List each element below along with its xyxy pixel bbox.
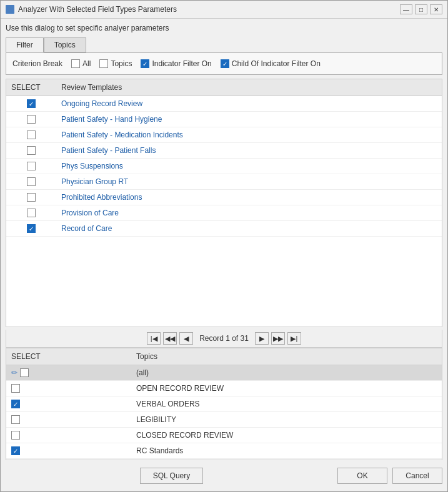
lower-row-checkbox[interactable] bbox=[20, 368, 29, 377]
pagination-bar: |◀ ◀◀ ◀ Record 1 of 31 ▶ ▶▶ ▶| bbox=[6, 330, 442, 348]
checkbox-topics-box[interactable] bbox=[99, 59, 108, 68]
lower-topic-cell[interactable]: LEGIBILITY bbox=[131, 414, 442, 425]
criterion-break-row: Criterion Break All Topics ✓ Indicator F… bbox=[12, 59, 436, 68]
edit-icon: ✏ bbox=[11, 368, 17, 377]
next-next-page-button[interactable]: ▶▶ bbox=[271, 332, 285, 345]
lower-topic-cell[interactable]: (all) bbox=[131, 367, 442, 378]
ok-button[interactable]: OK bbox=[337, 468, 387, 484]
row-name-cell[interactable]: Patient Safety - Hand Hygiene bbox=[56, 114, 442, 125]
window-title: Analyzer With Selected Field Types Param… bbox=[18, 5, 177, 14]
list-item: ✓ RC Standards bbox=[6, 443, 442, 459]
upper-col-review-header: Review Templates bbox=[56, 82, 442, 93]
checkbox-all[interactable]: All bbox=[71, 59, 91, 68]
window-content: Use this dialog to set specific analyer … bbox=[1, 19, 447, 491]
row-select-cell[interactable] bbox=[6, 176, 56, 187]
table-row: Physician Group RT bbox=[6, 174, 442, 190]
row-checkbox[interactable] bbox=[27, 146, 36, 155]
row-select-cell[interactable]: ✓ bbox=[6, 223, 56, 234]
lower-row-checkbox[interactable]: ✓ bbox=[11, 446, 20, 455]
lower-select-cell[interactable]: ✓ bbox=[6, 398, 131, 410]
lower-select-cell[interactable] bbox=[6, 414, 131, 425]
row-select-cell[interactable] bbox=[6, 160, 56, 172]
prev-page-button[interactable]: ◀ bbox=[179, 332, 193, 345]
row-checkbox[interactable] bbox=[27, 177, 36, 186]
instruction-text: Use this dialog to set specific analyer … bbox=[6, 24, 442, 32]
table-row: Phys Suspensions bbox=[6, 159, 442, 174]
first-page-button[interactable]: |◀ bbox=[147, 332, 161, 345]
list-item: CLOSED RECORD REVIEW bbox=[6, 428, 442, 443]
lower-col-topics-header: Topics bbox=[131, 351, 442, 362]
title-controls: — □ ✕ bbox=[400, 4, 442, 14]
table-row: Provision of Care bbox=[6, 205, 442, 221]
minimize-button[interactable]: — bbox=[400, 4, 412, 14]
checkbox-all-label: All bbox=[82, 59, 91, 68]
row-checkbox[interactable] bbox=[27, 209, 36, 217]
lower-select-cell[interactable]: ✏ bbox=[6, 367, 131, 378]
row-name-cell[interactable]: Provision of Care bbox=[56, 207, 442, 219]
row-select-cell[interactable] bbox=[6, 207, 56, 219]
list-item: ✏ (all) bbox=[6, 365, 442, 381]
row-name-cell[interactable]: Physician Group RT bbox=[56, 176, 442, 187]
lower-select-cell[interactable] bbox=[6, 383, 131, 394]
row-name-cell[interactable]: Patient Safety - Medication Incidents bbox=[56, 129, 442, 140]
checkbox-indicator-filter-on[interactable]: ✓ Indicator Filter On bbox=[141, 59, 211, 68]
lower-row-checkbox[interactable] bbox=[11, 431, 20, 440]
checkbox-child-of-indicator-box[interactable]: ✓ bbox=[221, 59, 229, 68]
row-name-cell[interactable]: Phys Suspensions bbox=[56, 160, 442, 172]
row-checkbox[interactable]: ✓ bbox=[27, 224, 36, 233]
lower-table-header: SELECT Topics bbox=[6, 348, 442, 365]
lower-topic-cell[interactable]: RC Standards bbox=[131, 445, 442, 456]
prev-prev-page-button[interactable]: ◀◀ bbox=[163, 332, 177, 345]
row-select-cell[interactable] bbox=[6, 129, 56, 140]
cancel-button[interactable]: Cancel bbox=[392, 468, 442, 484]
row-select-cell[interactable]: ✓ bbox=[6, 98, 56, 109]
next-page-button[interactable]: ▶ bbox=[255, 332, 269, 345]
list-item: ✓ VERBAL ORDERS bbox=[6, 396, 442, 412]
list-item: LEGIBILITY bbox=[6, 412, 442, 428]
upper-col-select-header: SELECT bbox=[6, 82, 56, 93]
row-checkbox[interactable] bbox=[27, 193, 36, 202]
close-button[interactable]: ✕ bbox=[430, 4, 442, 14]
last-page-button[interactable]: ▶| bbox=[287, 332, 301, 345]
upper-table-body: ✓ Ongoing Record Review Patient Safety -… bbox=[6, 96, 442, 327]
sql-query-button[interactable]: SQL Query bbox=[140, 468, 204, 484]
row-name-cell[interactable]: Record of Care bbox=[56, 223, 442, 234]
lower-topic-cell[interactable]: OPEN RECORD REVIEW bbox=[131, 383, 442, 394]
table-row: ✓ Ongoing Record Review bbox=[6, 96, 442, 112]
checkbox-all-box[interactable] bbox=[71, 59, 80, 68]
lower-col-select-header: SELECT bbox=[6, 351, 131, 362]
row-select-cell[interactable] bbox=[6, 145, 56, 156]
checkbox-topics-label: Topics bbox=[111, 59, 132, 68]
row-select-cell[interactable] bbox=[6, 192, 56, 203]
lower-select-cell[interactable] bbox=[6, 430, 131, 441]
lower-row-checkbox[interactable] bbox=[11, 415, 20, 424]
lower-topic-cell[interactable]: CLOSED RECORD REVIEW bbox=[131, 430, 442, 441]
lower-select-cell[interactable]: ✓ bbox=[6, 445, 131, 456]
row-checkbox[interactable] bbox=[27, 162, 36, 170]
row-checkbox[interactable]: ✓ bbox=[27, 99, 36, 108]
checkbox-indicator-filter-on-label: Indicator Filter On bbox=[152, 59, 211, 68]
checkbox-topics[interactable]: Topics bbox=[99, 59, 132, 68]
table-row: Patient Safety - Medication Incidents bbox=[6, 127, 442, 143]
app-icon bbox=[6, 5, 14, 14]
row-select-cell[interactable] bbox=[6, 114, 56, 125]
footer-center: SQL Query bbox=[6, 468, 337, 484]
lower-topic-cell[interactable]: VERBAL ORDERS bbox=[131, 398, 442, 410]
row-name-cell[interactable]: Prohibited Abbreviations bbox=[56, 192, 442, 203]
row-name-cell[interactable]: Patient Safety - Patient Falls bbox=[56, 145, 442, 156]
row-checkbox[interactable] bbox=[27, 130, 36, 139]
criterion-break-section: Criterion Break All Topics ✓ Indicator F… bbox=[6, 52, 442, 75]
table-row: Patient Safety - Hand Hygiene bbox=[6, 112, 442, 127]
lower-row-checkbox[interactable] bbox=[11, 384, 20, 393]
row-checkbox[interactable] bbox=[27, 115, 36, 124]
page-info: Record 1 of 31 bbox=[196, 334, 252, 343]
upper-table-header: SELECT Review Templates bbox=[6, 79, 442, 96]
maximize-button[interactable]: □ bbox=[415, 4, 427, 14]
lower-row-checkbox[interactable]: ✓ bbox=[11, 400, 20, 408]
checkbox-child-of-indicator[interactable]: ✓ Child Of Indicator Filter On bbox=[221, 59, 321, 68]
row-name-cell[interactable]: Ongoing Record Review bbox=[56, 98, 442, 109]
footer-right: OK Cancel bbox=[337, 468, 442, 484]
tab-filter[interactable]: Filter bbox=[6, 37, 44, 52]
checkbox-indicator-filter-on-box[interactable]: ✓ bbox=[141, 59, 149, 68]
tab-topics[interactable]: Topics bbox=[44, 37, 86, 52]
